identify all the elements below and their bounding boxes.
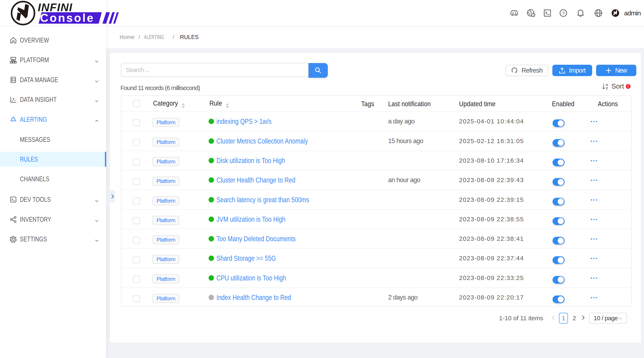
- svg-text:Z: Z: [606, 87, 608, 90]
- svg-text:A: A: [606, 83, 608, 87]
- svg-text:?: ?: [562, 11, 564, 16]
